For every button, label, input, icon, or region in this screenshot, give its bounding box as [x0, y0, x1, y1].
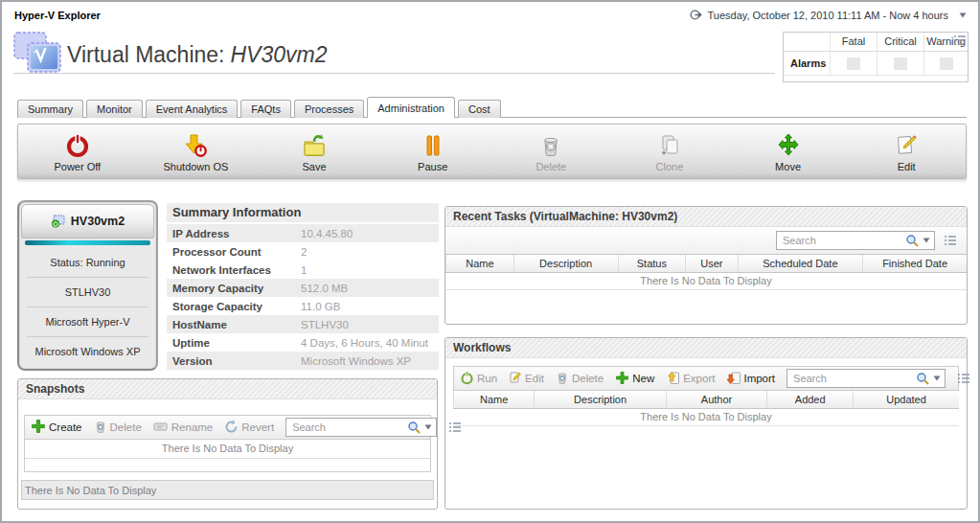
summary-row-label: HostName [172, 319, 301, 330]
app-title: Hyper-V Explorer [14, 10, 101, 21]
alarm-count-cell-critical[interactable] [877, 52, 923, 75]
summary-title: Summary Information [167, 203, 439, 222]
summary-row-memory-capacity[interactable]: Memory Capacity 512.0 MB [167, 279, 439, 297]
search-icon[interactable] [916, 372, 930, 385]
power-off-icon [65, 131, 90, 158]
customizer-icon[interactable] [953, 34, 967, 46]
recent-tasks-column-header-finished-date[interactable]: Finished Date [862, 255, 967, 272]
workflows-table: NameDescriptionAuthorAddedUpdated There … [453, 391, 959, 426]
summary-row-label: Memory Capacity [172, 283, 301, 294]
search-icon[interactable] [905, 234, 920, 247]
vm-card-header: HV30vm2 [21, 204, 154, 239]
summary-row-label: Version [172, 355, 301, 367]
snapshots-search-input[interactable] [290, 421, 404, 434]
caret-down-icon[interactable] [424, 424, 432, 430]
workflows-button-new[interactable]: New [615, 371, 654, 387]
title-divider [13, 73, 775, 74]
tab-summary[interactable]: Summary [17, 100, 83, 118]
create-icon [31, 419, 46, 436]
action-button-power-off[interactable]: Power Off [18, 125, 137, 178]
summary-information: Summary Information IP Address 10.4.45.8… [167, 203, 439, 370]
delete-small-icon [94, 420, 107, 435]
action-button-clone: Clone [610, 125, 729, 178]
summary-row-network-interfaces[interactable]: Network Interfaces 1 [167, 261, 439, 279]
summary-row-label: IP Address [172, 228, 301, 239]
alarm-column-header-critical[interactable]: Critical [877, 33, 923, 52]
workflows-column-header-description[interactable]: Description [534, 391, 665, 408]
timerange-label: Tuesday, October 12, 2010 11:11 AM - Now… [707, 10, 948, 21]
summary-row-storage-capacity[interactable]: Storage Capacity 11.0 GB [167, 297, 439, 315]
pause-icon [421, 131, 445, 158]
workflows-button-import[interactable]: Import [726, 371, 775, 387]
vm-card-name: HV30vm2 [71, 215, 125, 228]
snapshots-panel: Snapshots Create Delete Rename Revert [17, 378, 438, 510]
recent-tasks-column-header-status[interactable]: Status [618, 255, 686, 272]
snapshots-search-box[interactable] [285, 418, 437, 437]
alarm-count-cell-fatal[interactable] [830, 52, 877, 75]
alarm-count-square [940, 57, 953, 70]
action-button-save[interactable]: Save [255, 125, 374, 178]
recent-tasks-column-header-description[interactable]: Description [513, 255, 618, 272]
recent-tasks-column-header-name[interactable]: Name [445, 255, 513, 272]
caret-down-icon[interactable] [933, 375, 941, 381]
action-button-shutdown-os[interactable]: Shutdown OS [137, 125, 256, 178]
search-icon[interactable] [407, 421, 422, 434]
recent-tasks-column-header-scheduled-date[interactable]: Scheduled Date [738, 255, 863, 272]
recent-tasks-panel: Recent Tasks (VirtualMachine: HV30vm2) N… [444, 206, 968, 325]
timerange-selector[interactable]: Tuesday, October 12, 2010 11:11 AM - Now… [690, 9, 967, 21]
page-title-prefix: Virtual Machine: [67, 42, 225, 67]
summary-row-uptime[interactable]: Uptime 4 Days, 6 Hours, 40 Minut [167, 333, 439, 352]
workflows-button-export: Export [666, 371, 715, 387]
tab-faqts[interactable]: FAQts [240, 100, 291, 118]
action-button-delete: Delete [492, 125, 611, 178]
recent-tasks-search-box[interactable] [776, 231, 935, 250]
snapshots-toolbar: Create Delete Rename Revert [24, 415, 431, 440]
recent-tasks-empty-message: There Is No Data To Display [445, 273, 967, 290]
alarm-column-header-fatal[interactable]: Fatal [830, 33, 877, 52]
tab-monitor[interactable]: Monitor [86, 100, 143, 118]
workflows-search-box[interactable] [786, 369, 946, 388]
action-label: Shutdown OS [164, 161, 229, 172]
tab-cost[interactable]: Cost [458, 100, 501, 118]
vm-action-toolbar: Power Off Shutdown OS Save Pause Delete … [17, 124, 967, 179]
summary-row-version[interactable]: Version Microsoft Windows XP [167, 352, 439, 370]
customizer-icon[interactable] [957, 373, 970, 384]
tab-processes[interactable]: Processes [294, 100, 364, 118]
recent-tasks-column-header-user[interactable]: User [685, 255, 737, 272]
caret-down-icon[interactable] [959, 12, 967, 18]
customizer-icon[interactable] [448, 421, 462, 433]
vm-info-row-microsoft-hyper-v: Microsoft Hyper-V [27, 307, 148, 336]
recent-tasks-title: Recent Tasks (VirtualMachine: HV30vm2) [445, 207, 967, 227]
summary-row-hostname[interactable]: HostName STLHV30 [167, 315, 439, 333]
caret-down-icon[interactable] [923, 238, 930, 243]
summary-row-ip-address[interactable]: IP Address 10.4.45.80 [167, 224, 439, 242]
customizer-icon[interactable] [944, 235, 957, 246]
workflows-column-header-updated[interactable]: Updated [853, 391, 959, 408]
workflows-column-header-added[interactable]: Added [766, 391, 853, 408]
snapshots-button-create[interactable]: Create [31, 419, 82, 436]
workflows-button-edit: Edit [509, 371, 544, 386]
tab-event-analytics[interactable]: Event Analytics [146, 100, 239, 118]
summary-row-value: 10.4.45.80 [301, 228, 353, 239]
workflows-toolbar: Run Edit Delete New Export [453, 366, 959, 391]
action-button-edit[interactable]: Edit [847, 125, 966, 178]
timerange-icon [690, 9, 702, 21]
summary-row-processor-count[interactable]: Processor Count 2 [167, 242, 439, 261]
action-label: Clone [656, 161, 684, 172]
tab-administration[interactable]: Administration [367, 97, 455, 118]
workflows-search-input[interactable] [791, 372, 913, 385]
recent-tasks-search-input[interactable] [781, 234, 902, 247]
snapshots-button-delete: Delete [94, 420, 142, 435]
workflows-column-header-author[interactable]: Author [666, 391, 767, 408]
recent-tasks-search-row [445, 227, 967, 254]
alarm-count-cell-warning[interactable] [923, 52, 968, 75]
workflows-column-header-name[interactable]: Name [453, 391, 534, 408]
workflows-title: Workflows [445, 338, 967, 358]
button-label: Rename [171, 421, 213, 433]
delete-small-icon [556, 371, 569, 386]
alarm-count-square [894, 57, 907, 70]
action-button-move[interactable]: Move [729, 125, 848, 178]
action-button-pause[interactable]: Pause [374, 125, 492, 178]
new-icon [615, 371, 629, 387]
action-label: Power Off [54, 161, 101, 172]
